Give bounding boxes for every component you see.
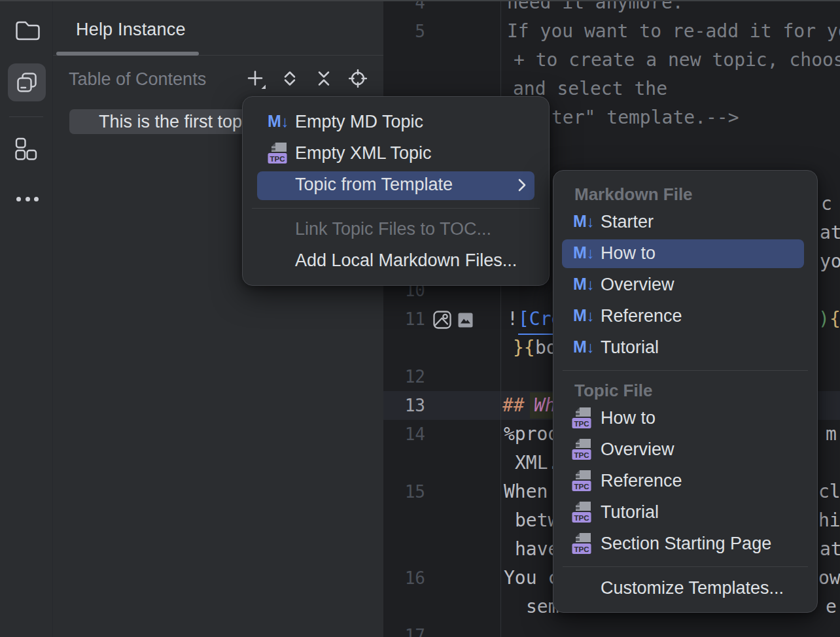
markdown-file-icon: M↓ [573,212,595,231]
line-number-15: 15 [383,477,425,506]
menu-item-topic-from-template[interactable]: Topic from Template [243,169,549,201]
editor-text-fragment: }{ [513,334,535,362]
submenu-item-label: Tutorial [601,337,659,358]
svg-text:TPC: TPC [574,514,589,522]
line-number-5: 5 [383,17,425,46]
submenu-item-tutorial[interactable]: M↓Tutorial [553,332,817,364]
editor-text-fragment: m [826,420,837,449]
submenu-item-reference[interactable]: TPC Reference [553,466,817,497]
editor-text-fragment: When [504,477,548,506]
editor-text-fragment: need it anymore. [507,0,684,17]
locate-opened-file-icon[interactable] [349,69,367,88]
toc-tree-item-label: This is the first topic [99,112,255,132]
copies-icon[interactable] [15,71,39,94]
folder-icon[interactable] [14,18,40,43]
svg-text:TPC: TPC [574,545,589,553]
menu-item-label: Empty MD Topic [295,112,423,132]
image-preview-outline-icon[interactable] [432,310,452,330]
submenu-item-overview[interactable]: TPC Overview [553,434,817,466]
menu-item-label: Topic from Template [295,175,453,195]
editor-text-fragment: cl [818,477,840,506]
menu-item-label: Link Topic Files to TOC... [295,219,491,239]
submenu-item-starter[interactable]: M↓Starter [553,207,817,238]
menu-item-add-local-markdown-files[interactable]: Add Local Markdown Files... [243,245,549,277]
submenu-separator [563,566,808,567]
toc-header-label: Table of Contents [69,69,206,90]
submenu-section-markdown-file: Markdown File [553,181,817,207]
markdown-file-icon: M↓ [268,112,289,131]
line-number-11: 11 [383,305,425,334]
menu-item-empty-xml-topic[interactable]: TPC Empty XML Topic [243,138,549,169]
submenu-item-label: Section Starting Page [601,534,771,554]
collapse-all-icon[interactable] [315,69,333,88]
markdown-file-icon: M↓ [573,337,595,356]
editor-text-fragment: you [820,247,840,276]
menu-item-empty-md-topic[interactable]: M↓Empty MD Topic [243,107,549,138]
menu-item-link-topic-files-to-toc[interactable]: Link Topic Files to TOC... [243,214,549,245]
editor-text-fragment: ## [502,391,525,420]
editor-text-fragment: ) [818,305,830,334]
submenu-item-label: How to [601,243,656,264]
editor-text-fragment: at [820,218,840,247]
menu-separator [252,208,540,209]
add-topic-context-menu: M↓Empty MD Topic TPC Empty XML TopicTopi… [242,96,550,286]
submenu-item-overview[interactable]: M↓Overview [553,269,817,301]
submenu-item-customize-templates[interactable]: Customize Templates... [553,573,817,604]
topic-file-icon: TPC [268,143,288,164]
line-number-14: 14 [383,420,425,449]
editor-text-fragment: If you want to re-add it for your [507,17,840,46]
add-topic-icon[interactable] [246,69,267,90]
submenu-item-label: Overview [601,439,674,460]
submenu-item-label: Customize Templates... [601,578,784,598]
submenu-item-reference[interactable]: M↓Reference [553,301,817,332]
line-number-16: 16 [383,564,425,593]
svg-text:TPC: TPC [270,155,285,163]
svg-text:TPC: TPC [574,451,589,459]
editor-text-fragment: e [826,593,837,621]
editor-text-fragment: { [830,305,840,334]
editor-text-fragment: ow [818,564,840,593]
structure-icon[interactable] [15,137,37,161]
submenu-item-label: Reference [601,471,682,491]
submenu-selection-highlight [562,239,804,268]
line-number-12: 12 [383,362,425,391]
editor-text-fragment: c [821,190,832,218]
ide-window: 451011121314151617 need it anymore.If yo… [0,0,840,637]
line-number-4: 4 [383,0,425,17]
submenu-separator [563,370,808,371]
topic-file-icon: TPC [572,502,592,523]
editor-text-fragment: at [820,535,840,564]
line-number-13: 13 [383,391,425,420]
active-tab-underline [56,52,199,56]
submenu-chevron-icon [517,178,527,192]
editor-text-fragment: You c [504,564,559,593]
submenu-item-label: Tutorial [601,502,659,523]
editor-text-fragment: + to create a new topic, choose [514,46,840,75]
topic-file-icon: TPC [572,533,592,555]
submenu-item-label: How to [601,408,656,428]
topic-file-icon: TPC [572,470,592,492]
submenu-item-how-to[interactable]: M↓How to [553,238,817,269]
markdown-file-icon: M↓ [573,306,595,325]
tool-window-title[interactable]: Help Instance [76,20,186,40]
svg-text:TPC: TPC [574,483,589,491]
submenu-item-label: Starter [601,212,654,232]
submenu-item-section-starting-page[interactable]: TPC Section Starting Page [553,528,817,560]
markdown-file-icon: M↓ [573,275,595,294]
image-thumbnail-icon[interactable] [458,313,473,328]
submenu-item-tutorial[interactable]: TPC Tutorial [553,497,817,528]
activity-bar-divider [9,116,43,117]
topic-from-template-submenu: Markdown FileM↓StarterM↓How toM↓Overview… [553,170,818,613]
markdown-file-icon: M↓ [573,243,595,262]
topic-file-icon: TPC [572,439,592,460]
topic-file-icon: TPC [572,407,592,429]
expand-all-icon[interactable] [281,69,299,88]
submenu-item-how-to[interactable]: TPC How to [553,403,817,434]
editor-text-fragment: ter" template.--> [551,103,739,132]
menu-item-label: Add Local Markdown Files... [295,250,517,271]
submenu-item-label: Reference [601,306,682,326]
more-tool-windows-icon[interactable] [16,197,39,201]
editor-text-fragment: %prod [504,420,559,449]
menu-item-label: Empty XML Topic [295,143,432,164]
editor-text-fragment: ! [507,305,518,334]
